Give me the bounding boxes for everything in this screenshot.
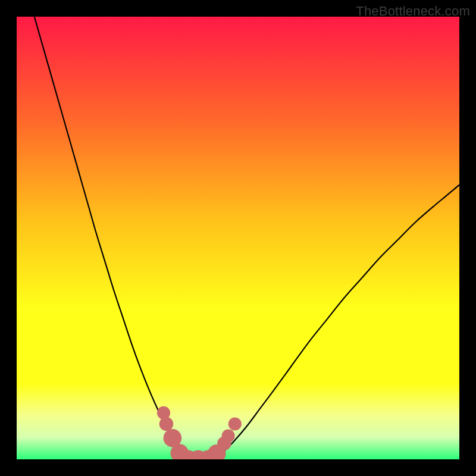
valley-marker [228, 417, 242, 430]
gradient-background [17, 17, 459, 459]
valley-marker [222, 430, 235, 443]
plot-area [17, 17, 459, 459]
valley-marker [159, 417, 174, 431]
chart-svg [17, 17, 459, 459]
chart-frame: TheBottleneck.com [0, 0, 476, 476]
